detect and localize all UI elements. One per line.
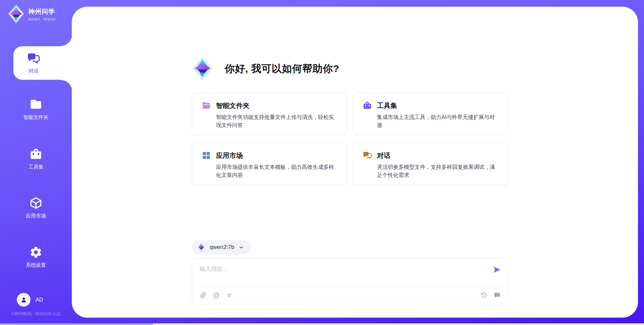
brand-logo-icon [7, 5, 25, 23]
chat-bubbles-icon [363, 151, 372, 160]
message-input[interactable] [192, 259, 508, 286]
sidebar-item-label: 系统设置 [26, 262, 46, 268]
card-title: 工具集 [377, 101, 397, 110]
card-title: 对话 [377, 151, 390, 160]
app-window: 你好, 我可以如何帮助你? 智能文件夹 智能文件夹功能支持批量文件上传与清洗，轻… [0, 0, 644, 325]
composer-area: qwen2:7b @ # [192, 240, 508, 304]
card-toolset[interactable]: 工具集 集成市场上主流工具，助力AI与外界无缝扩展与对接 [353, 92, 508, 135]
scrollbar-thumb[interactable] [0, 323, 153, 325]
toolbox-icon [363, 101, 372, 110]
cube-icon [29, 196, 43, 210]
copyright-footer: ©神州数码 · 神州问学出品 [0, 311, 72, 317]
sidebar-item-label: 应用市场 [26, 213, 46, 219]
sidebar-item-app-market[interactable]: 应用市场 [0, 196, 72, 219]
card-description: 智能文件夹功能支持批量文件上传与清洗，轻松实现文件问答 [216, 113, 337, 129]
brand: 神州问学 Smart Vision [7, 5, 56, 23]
main-panel: 你好, 我可以如何帮助你? 智能文件夹 智能文件夹功能支持批量文件上传与清洗，轻… [72, 7, 638, 318]
horizontal-scrollbar[interactable] [0, 323, 644, 325]
sidebar-item-smart-folder[interactable]: 智能文件夹 [0, 98, 72, 121]
sidebar-item-settings[interactable]: 系统设置 [0, 246, 72, 268]
chevron-down-icon [238, 245, 244, 250]
mention-icon[interactable]: @ [213, 291, 220, 299]
card-title: 应用市场 [216, 151, 243, 160]
brand-gem-icon [192, 57, 213, 81]
card-app-market[interactable]: 应用市场 应用市场提供丰富长文本模板，助力高效生成多样化文章内容 [192, 142, 347, 185]
send-icon [492, 265, 501, 274]
card-description: 应用市场提供丰富长文本模板，助力高效生成多样化文章内容 [216, 163, 337, 179]
model-gem-icon [197, 243, 206, 252]
conversations-icon[interactable] [493, 291, 501, 299]
toolbox-icon [29, 147, 43, 161]
greeting-row: 你好, 我可以如何帮助你? [192, 56, 508, 81]
chat-welcome-content: 你好, 我可以如何帮助你? 智能文件夹 智能文件夹功能支持批量文件上传与清洗，轻… [192, 7, 508, 304]
card-smart-folder[interactable]: 智能文件夹 智能文件夹功能支持批量文件上传与清洗，轻松实现文件问答 [192, 92, 347, 135]
person-icon [20, 296, 28, 304]
message-composer: @ # [192, 258, 508, 304]
user-profile[interactable]: AD [17, 293, 43, 307]
sidebar-item-label: 对话 [29, 68, 39, 74]
user-initials: AD [36, 297, 43, 303]
sidebar: 神州问学 Smart Vision 对话 智能文件夹 工具集 应用市场 系统设置 [0, 0, 72, 325]
gear-icon [29, 246, 43, 259]
sidebar-item-label: 工具集 [29, 164, 44, 170]
model-selector[interactable]: qwen2:7b [192, 240, 251, 254]
brand-subtitle: Smart Vision [28, 17, 56, 21]
sidebar-item-chat[interactable]: 对话 [13, 46, 72, 80]
card-description: 集成市场上主流工具，助力AI与外界无缝扩展与对接 [377, 113, 498, 129]
card-chat[interactable]: 对话 灵活切换多模型文件，支持多样回复效果调试，满足个性化需求 [353, 142, 508, 185]
send-button[interactable] [492, 265, 501, 275]
hashtag-icon[interactable]: # [226, 291, 233, 299]
card-title: 智能文件夹 [216, 101, 250, 110]
brand-name: 神州问学 [28, 7, 56, 16]
composer-toolbar: @ # [192, 286, 508, 304]
history-icon[interactable] [480, 291, 488, 299]
folder-icon [29, 98, 43, 111]
app-grid-icon [202, 151, 211, 160]
sidebar-item-label: 智能文件夹 [23, 114, 49, 121]
chat-bubbles-icon [27, 52, 40, 65]
feature-cards: 智能文件夹 智能文件夹功能支持批量文件上传与清洗，轻松实现文件问答 工具集 集成… [192, 92, 508, 185]
card-description: 灵活切换多模型文件，支持多样回复效果调试，满足个性化需求 [377, 163, 498, 179]
model-name: qwen2:7b [210, 244, 234, 251]
folder-open-icon [202, 101, 211, 110]
greeting-text: 你好, 我可以如何帮助你? [225, 62, 339, 76]
attachment-icon[interactable] [200, 291, 207, 299]
avatar [17, 293, 31, 307]
sidebar-item-toolset[interactable]: 工具集 [0, 147, 72, 170]
